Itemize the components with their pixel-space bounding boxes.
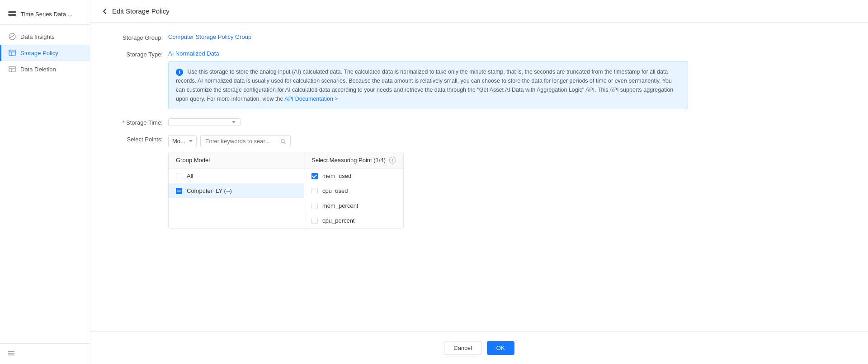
page-header: Edit Storage Policy	[90, 0, 868, 23]
api-documentation-link[interactable]: API Documentation >	[284, 96, 338, 102]
chart-icon	[9, 33, 16, 40]
measuring-panel: Select Measuring Point (1/4) i mem_used …	[304, 152, 403, 228]
model-item-computer-ly[interactable]: Computer_LY (--)	[169, 183, 304, 198]
svg-rect-1	[8, 14, 16, 16]
cpu-percent-checkbox[interactable]	[311, 218, 318, 224]
mem-percent-checkbox[interactable]	[311, 203, 318, 209]
sidebar-logo-label: Time Series Data ...	[21, 11, 72, 18]
back-arrow-icon	[101, 8, 108, 15]
form-footer: Cancel OK	[90, 331, 868, 364]
storage-type-value: AI Normalized Data	[168, 50, 688, 57]
point-item-cpu-percent[interactable]: cpu_percent	[304, 213, 403, 228]
model-label-computer-ly: Computer_LY (--)	[187, 187, 232, 194]
point-item-cpu-used[interactable]: cpu_used	[304, 183, 403, 198]
point-item-mem-percent[interactable]: mem_percent	[304, 198, 403, 213]
search-input[interactable]	[205, 138, 278, 145]
point-item-mem-used[interactable]: mem_used	[304, 168, 403, 183]
form-content: Storage Group: Computer Storage Policy G…	[90, 23, 868, 331]
measuring-header: Select Measuring Point (1/4) i	[304, 152, 403, 168]
point-label-cpu-percent: cpu_percent	[322, 217, 355, 224]
svg-rect-6	[9, 66, 15, 72]
model-item-all[interactable]: All	[169, 168, 304, 183]
page-title: Edit Storage Policy	[112, 7, 170, 15]
sidebar-logo: Time Series Data ...	[0, 4, 90, 25]
point-label-cpu-used: cpu_used	[322, 187, 348, 194]
sidebar-item-label: Data Insights	[20, 33, 55, 40]
svg-rect-3	[9, 50, 15, 56]
chevron-down-icon	[232, 121, 236, 123]
svg-point-2	[9, 33, 15, 40]
storage-time-row: Storage Time:	[105, 118, 854, 126]
storage-time-select[interactable]	[168, 118, 241, 126]
all-checkbox[interactable]	[176, 173, 182, 179]
svg-rect-0	[8, 11, 16, 13]
search-icon	[281, 139, 286, 144]
sidebar-item-label: Data Deletion	[20, 66, 56, 73]
info-box: i Use this storage to store the analog i…	[168, 61, 688, 109]
sidebar-item-data-deletion[interactable]: Data Deletion	[0, 61, 90, 77]
measuring-header-label: Select Measuring Point (1/4)	[311, 157, 386, 163]
model-label-all: All	[187, 173, 193, 179]
search-input-container[interactable]	[200, 135, 291, 147]
back-button[interactable]: Edit Storage Policy	[101, 7, 170, 15]
mem-used-checkbox[interactable]	[311, 173, 318, 179]
points-type-value: Mo...	[172, 138, 185, 145]
points-selector: Mo...	[168, 135, 404, 147]
svg-line-13	[284, 142, 285, 143]
cpu-used-checkbox[interactable]	[311, 188, 318, 194]
group-model-header: Group Model	[169, 152, 304, 168]
table2-icon	[9, 65, 16, 73]
computer-ly-checkbox[interactable]	[176, 188, 182, 194]
points-type-dropdown[interactable]: Mo...	[168, 135, 197, 147]
cancel-button[interactable]: Cancel	[444, 341, 481, 355]
sidebar-item-label: Storage Policy	[20, 50, 58, 56]
storage-group-value: Computer Storage Policy Group	[168, 33, 251, 40]
sidebar-bottom	[0, 343, 90, 364]
storage-group-label: Storage Group:	[105, 33, 168, 41]
sidebar-item-storage-policy[interactable]: Storage Policy	[0, 45, 90, 61]
storage-group-row: Storage Group: Computer Storage Policy G…	[105, 33, 854, 41]
sidebar: Time Series Data ... Data Insights Stora…	[0, 0, 90, 364]
chevron-down-icon	[189, 140, 193, 142]
database-icon	[7, 9, 17, 19]
group-model-panel: Group Model All Computer_LY (--)	[169, 152, 304, 228]
point-label-mem-used: mem_used	[322, 173, 351, 179]
model-points-container: Group Model All Computer_LY (--)	[168, 152, 404, 229]
info-icon: i	[176, 69, 183, 76]
select-points-label: Select Points:	[105, 135, 168, 143]
storage-time-label: Storage Time:	[105, 118, 168, 126]
main-content: Edit Storage Policy Storage Group: Compu…	[90, 0, 868, 364]
table-icon	[9, 49, 16, 56]
select-points-row: Select Points: Mo...	[105, 135, 854, 229]
storage-type-row: Storage Type: AI Normalized Data i Use t…	[105, 50, 854, 109]
measuring-info-icon[interactable]: i	[389, 157, 396, 163]
storage-type-label: Storage Type:	[105, 50, 168, 58]
sidebar-item-data-insights[interactable]: Data Insights	[0, 28, 90, 45]
point-label-mem-percent: mem_percent	[322, 202, 358, 209]
menu-icon	[7, 349, 15, 357]
info-text: Use this storage to store the analog inp…	[176, 69, 673, 102]
ok-button[interactable]: OK	[487, 341, 514, 355]
